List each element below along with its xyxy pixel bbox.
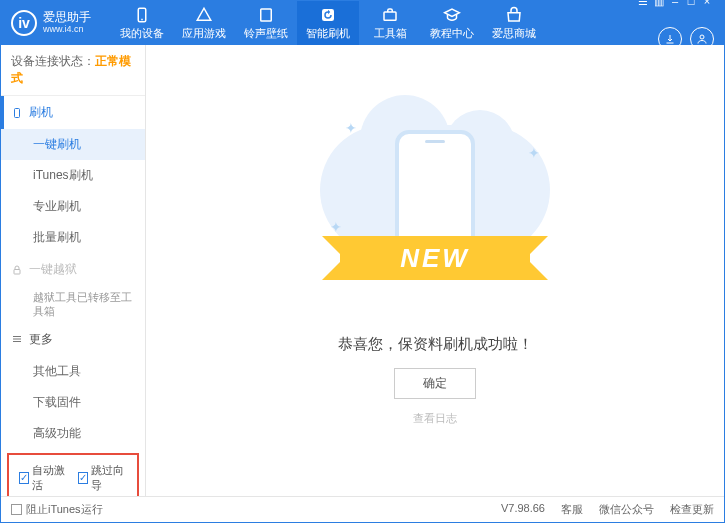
hamburger-icon: [11, 333, 23, 345]
app-window: iv 爱思助手 www.i4.cn 我的设备 应用游戏 铃声壁纸 智能刷机: [0, 0, 725, 523]
user-icon: [696, 33, 708, 45]
statusbar: 阻止iTunes运行 V7.98.66 客服 微信公众号 检查更新: [1, 496, 724, 522]
nav-smart-flash[interactable]: 智能刷机: [297, 1, 359, 45]
toolbox-icon: [381, 6, 399, 24]
logo: iv 爱思助手 www.i4.cn: [11, 10, 91, 36]
titlebar: iv 爱思助手 www.i4.cn 我的设备 应用游戏 铃声壁纸 智能刷机: [1, 1, 724, 45]
checkbox-block-itunes[interactable]: 阻止iTunes运行: [11, 502, 103, 517]
nav-apps-games[interactable]: 应用游戏: [173, 1, 235, 45]
jailbreak-note: 越狱工具已转移至工具箱: [1, 286, 145, 323]
sidebar-item-one-click-flash[interactable]: 一键刷机: [1, 129, 145, 160]
main-area: 设备连接状态：正常模式 刷机 一键刷机 iTunes刷机 专业刷机 批量刷机 一…: [1, 45, 724, 496]
view-log-link[interactable]: 查看日志: [413, 411, 457, 426]
checkbox-icon: ✓: [78, 472, 88, 484]
app-url: www.i4.cn: [43, 25, 91, 35]
maximize-button[interactable]: □: [684, 0, 698, 7]
close-button[interactable]: ×: [700, 0, 714, 7]
link-check-update[interactable]: 检查更新: [670, 502, 714, 517]
link-support[interactable]: 客服: [561, 502, 583, 517]
download-icon: [664, 33, 676, 45]
sidebar-item-pro-flash[interactable]: 专业刷机: [1, 191, 145, 222]
top-nav: 我的设备 应用游戏 铃声壁纸 智能刷机 工具箱 教程中心: [111, 1, 545, 45]
star-icon: ✦: [345, 120, 357, 136]
checkbox-auto-activate[interactable]: ✓ 自动激活: [19, 463, 68, 493]
nav-store[interactable]: 爱思商城: [483, 1, 545, 45]
sidebar-item-advanced[interactable]: 高级功能: [1, 418, 145, 449]
confirm-button[interactable]: 确定: [394, 368, 476, 399]
checkbox-icon: [11, 504, 22, 515]
sidebar-group-more[interactable]: 更多: [1, 323, 145, 356]
lock-icon: [11, 264, 23, 276]
refresh-icon: [319, 6, 337, 24]
nav-tutorials[interactable]: 教程中心: [421, 1, 483, 45]
graduation-icon: [443, 6, 461, 24]
sidebar-group-flash[interactable]: 刷机: [1, 96, 145, 129]
nav-toolbox[interactable]: 工具箱: [359, 1, 421, 45]
checkbox-icon: ✓: [19, 472, 29, 484]
app-name: 爱思助手: [43, 11, 91, 24]
phone-small-icon: [11, 107, 23, 119]
sidebar-item-download-firmware[interactable]: 下载固件: [1, 387, 145, 418]
wallpaper-icon: [257, 6, 275, 24]
checkbox-skip-guide[interactable]: ✓ 跳过向导: [78, 463, 127, 493]
version-label: V7.98.66: [501, 502, 545, 517]
new-ribbon: NEW: [340, 236, 530, 280]
store-icon: [505, 6, 523, 24]
titlebar-right: ☰ ▥ – □ ×: [636, 0, 714, 51]
phone-icon: [133, 6, 151, 24]
sidebar: 设备连接状态：正常模式 刷机 一键刷机 iTunes刷机 专业刷机 批量刷机 一…: [1, 45, 146, 496]
options-highlight-box: ✓ 自动激活 ✓ 跳过向导: [7, 453, 139, 496]
nav-ringtones-wallpapers[interactable]: 铃声壁纸: [235, 1, 297, 45]
device-status: 设备连接状态：正常模式: [1, 45, 145, 96]
sidebar-item-other-tools[interactable]: 其他工具: [1, 356, 145, 387]
svg-rect-6: [15, 108, 20, 117]
svg-rect-2: [261, 9, 272, 21]
content-pane: ✦ ✦ ✦ NEW 恭喜您，保资料刷机成功啦！ 确定 查看日志: [146, 45, 724, 496]
minimize-button[interactable]: –: [668, 0, 682, 7]
success-message: 恭喜您，保资料刷机成功啦！: [338, 335, 533, 354]
svg-rect-7: [14, 269, 20, 274]
skin-button[interactable]: ▥: [652, 0, 666, 7]
logo-icon: iv: [11, 10, 37, 36]
sidebar-item-batch-flash[interactable]: 批量刷机: [1, 222, 145, 253]
apps-icon: [195, 6, 213, 24]
sidebar-group-jailbreak: 一键越狱: [1, 253, 145, 286]
sidebar-item-itunes-flash[interactable]: iTunes刷机: [1, 160, 145, 191]
nav-my-device[interactable]: 我的设备: [111, 1, 173, 45]
link-wechat[interactable]: 微信公众号: [599, 502, 654, 517]
svg-point-5: [700, 35, 704, 39]
menu-button[interactable]: ☰: [636, 0, 650, 7]
success-illustration: ✦ ✦ ✦ NEW: [325, 115, 545, 315]
svg-rect-4: [384, 12, 396, 20]
star-icon: ✦: [330, 219, 342, 235]
star-icon: ✦: [528, 145, 540, 161]
